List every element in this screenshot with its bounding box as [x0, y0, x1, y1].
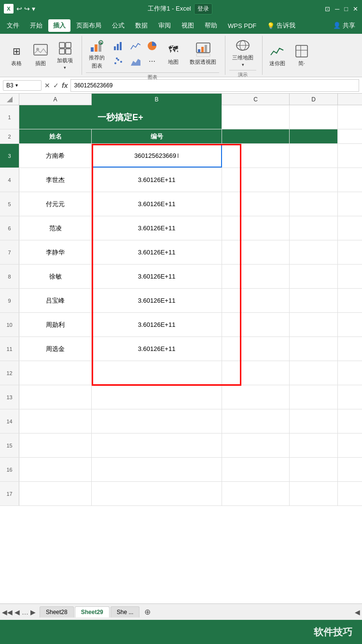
col-header-d[interactable]: D [290, 94, 338, 105]
cell-d1[interactable] [290, 105, 338, 129]
col-header-b[interactable]: B [92, 94, 222, 105]
cell-d11[interactable] [290, 337, 338, 361]
cell-d6[interactable] [290, 216, 338, 240]
minimize-icon[interactable]: ─ [335, 5, 339, 13]
cell-b2[interactable]: 编号 [92, 129, 222, 143]
close-icon[interactable]: ✕ [353, 5, 358, 13]
cell-b16[interactable] [92, 458, 222, 481]
menu-share[interactable]: 👤 共享 [328, 19, 360, 32]
cell-d3[interactable] [290, 144, 338, 168]
cell-d12[interactable] [290, 361, 338, 385]
ribbon-btn-recommended-charts[interactable]: ★ 推荐的 图表 [86, 36, 108, 71]
cell-b3[interactable]: 360125623669 I [92, 144, 222, 168]
cell-d9[interactable] [290, 289, 338, 312]
cell-c8[interactable] [222, 265, 290, 288]
cell-c2[interactable] [222, 129, 290, 143]
menu-formula[interactable]: 公式 [107, 19, 129, 32]
cell-b11[interactable]: 3.60126E+11 [92, 337, 222, 361]
sheet-tab-29[interactable]: Sheet29 [75, 606, 110, 617]
cell-a7[interactable]: 李静华 [19, 240, 92, 264]
cell-c13[interactable] [222, 385, 290, 409]
ribbon-btn-more-charts[interactable]: ⋯ [144, 55, 160, 68]
ribbon-btn-simple[interactable]: 简· [291, 42, 312, 69]
cell-c10[interactable] [222, 313, 290, 336]
cell-d7[interactable] [290, 240, 338, 264]
cell-a5[interactable]: 付元元 [19, 192, 92, 216]
sheet-nav-prev[interactable]: ◀ [14, 608, 20, 616]
cell-c9[interactable] [222, 289, 290, 312]
cell-a11[interactable]: 周选金 [19, 337, 92, 361]
cell-c3[interactable] [222, 144, 290, 168]
cell-reference-box[interactable]: B3 ▾ [3, 80, 42, 91]
cell-a17[interactable] [19, 482, 92, 505]
cell-c1[interactable] [222, 105, 290, 129]
cell-c11[interactable] [222, 337, 290, 361]
cell-a6[interactable]: 范凌 [19, 216, 92, 240]
maximize-icon[interactable]: □ [344, 5, 348, 13]
cell-b5[interactable]: 3.60126E+11 [92, 192, 222, 216]
ribbon-btn-scatter-chart[interactable] [111, 55, 126, 68]
cell-d2[interactable] [290, 129, 338, 143]
menu-file[interactable]: 文件 [2, 19, 24, 32]
cell-a2[interactable]: 姓名 [19, 129, 92, 143]
formula-fx-icon[interactable]: fx [62, 82, 68, 89]
cell-a10[interactable]: 周勋利 [19, 313, 92, 336]
menu-data[interactable]: 数据 [130, 19, 153, 32]
redo-icon[interactable]: ↪ [24, 5, 30, 13]
formula-cancel-icon[interactable]: ✕ [44, 82, 50, 89]
menu-pagelayout[interactable]: 页面布局 [71, 19, 106, 32]
cell-c15[interactable] [222, 434, 290, 457]
cell-d13[interactable] [290, 385, 338, 409]
cell-d5[interactable] [290, 192, 338, 216]
cell-d14[interactable] [290, 409, 338, 433]
col-header-a[interactable]: A [19, 94, 92, 105]
cell-b14[interactable] [92, 409, 222, 433]
cell-d8[interactable] [290, 265, 338, 288]
cell-a3[interactable]: 方南希 [19, 144, 92, 168]
menu-review[interactable]: 审阅 [153, 19, 176, 32]
sheet-scroll[interactable]: ◀ [355, 608, 360, 616]
login-button[interactable]: 登录 [194, 3, 212, 14]
cell-d15[interactable] [290, 434, 338, 457]
cell-a12[interactable] [19, 361, 92, 385]
menu-tellme[interactable]: 💡告诉我 [262, 19, 300, 32]
ribbon-btn-addins[interactable]: 加载项 ▾ [54, 39, 76, 72]
cell-a16[interactable] [19, 458, 92, 481]
cell-b10[interactable]: 3.60126E+11 [92, 313, 222, 336]
cell-b13[interactable] [92, 385, 222, 409]
cell-a1[interactable]: 一秒搞定E+ [19, 105, 222, 129]
sheet-nav-next[interactable]: ▶ [30, 608, 36, 616]
menu-wpspdf[interactable]: WPS PDF [223, 20, 261, 31]
restore-icon[interactable]: ⊡ [325, 5, 330, 13]
cell-b15[interactable] [92, 434, 222, 457]
menu-home[interactable]: 开始 [25, 19, 47, 32]
cell-d10[interactable] [290, 313, 338, 336]
pin-icon[interactable]: ▾ [32, 5, 35, 13]
cell-b7[interactable]: 3.60126E+11 [92, 240, 222, 264]
cell-a14[interactable] [19, 409, 92, 433]
cell-a15[interactable] [19, 434, 92, 457]
cell-c12[interactable] [222, 361, 290, 385]
ribbon-btn-3dmap[interactable]: 三维地图 ▾ [229, 36, 256, 69]
cell-b4[interactable]: 3.60126E+11 [92, 168, 222, 192]
ribbon-btn-table[interactable]: ⊞ 表格 [6, 42, 27, 69]
sheet-add-button[interactable]: ⊕ [140, 606, 154, 617]
cell-c5[interactable] [222, 192, 290, 216]
cell-d16[interactable] [290, 458, 338, 481]
ribbon-btn-map[interactable]: 🗺 地图 [163, 40, 184, 68]
sheet-tab-28[interactable]: Sheet28 [40, 606, 74, 617]
sheet-nav-dots[interactable]: … [22, 608, 28, 616]
col-header-c[interactable]: C [222, 94, 290, 105]
cell-c16[interactable] [222, 458, 290, 481]
cell-c7[interactable] [222, 240, 290, 264]
undo-icon[interactable]: ↩ [16, 5, 22, 13]
ribbon-btn-bar-chart[interactable] [111, 39, 126, 53]
cell-a13[interactable] [19, 385, 92, 409]
cell-a9[interactable]: 吕宝峰 [19, 289, 92, 312]
cell-a8[interactable]: 徐敏 [19, 265, 92, 288]
cell-d17[interactable] [290, 482, 338, 505]
cell-a4[interactable]: 李世杰 [19, 168, 92, 192]
cell-c17[interactable] [222, 482, 290, 505]
ribbon-btn-sparkline[interactable]: 迷你图 [266, 42, 288, 69]
ribbon-btn-line-chart[interactable] [127, 39, 143, 53]
